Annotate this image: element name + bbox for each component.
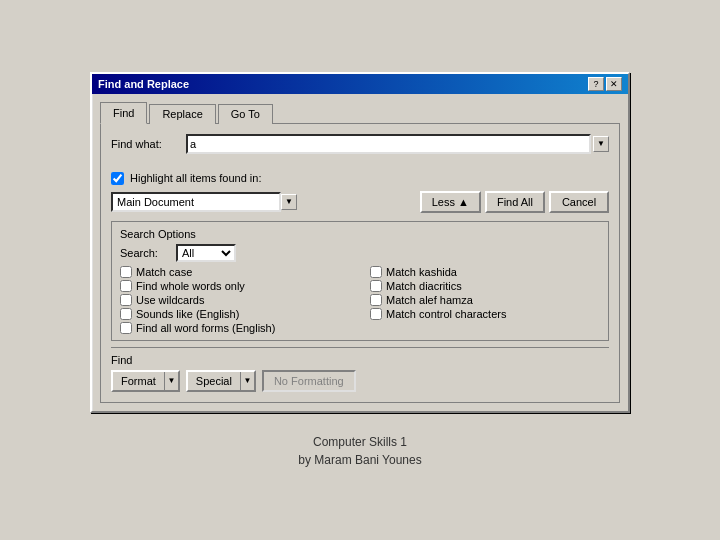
find-all-button[interactable]: Find All	[485, 191, 545, 213]
find-input-wrapper	[186, 134, 591, 154]
search-label: Search:	[120, 247, 170, 259]
cancel-button[interactable]: Cancel	[549, 191, 609, 213]
no-formatting-button: No Formatting	[262, 370, 356, 392]
match-alef-checkbox[interactable]	[370, 294, 382, 306]
search-select-wrapper: All	[176, 244, 236, 262]
bottom-section-label: Find	[111, 354, 609, 366]
check-match-case: Match case	[120, 266, 350, 278]
format-button[interactable]: Format	[113, 372, 164, 390]
special-split-button: Special ▼	[186, 370, 256, 392]
check-sounds-like: Sounds like (English)	[120, 308, 350, 320]
find-whole-words-checkbox[interactable]	[120, 280, 132, 292]
title-bar-buttons: ? ✕	[588, 77, 622, 91]
footer-line1: Computer Skills 1	[298, 433, 421, 451]
match-diacritics-checkbox[interactable]	[370, 280, 382, 292]
check-match-control: Match control characters	[370, 308, 600, 320]
find-what-label: Find what:	[111, 138, 186, 150]
search-options-box: Search Options Search: All M	[111, 221, 609, 341]
highlight-label: Highlight all items found in:	[130, 172, 261, 184]
dialog-title: Find and Replace	[98, 78, 189, 90]
bottom-section: Find Format ▼ Special ▼ No For	[111, 347, 609, 392]
match-case-checkbox[interactable]	[120, 266, 132, 278]
footer-line2: by Maram Bani Younes	[298, 451, 421, 469]
check-match-alef: Match alef hamza	[370, 294, 600, 306]
search-row: Search: All	[120, 244, 600, 262]
match-alef-label: Match alef hamza	[386, 294, 473, 306]
bottom-btn-row: Format ▼ Special ▼ No Formatting	[111, 370, 609, 392]
highlight-checkbox[interactable]	[111, 172, 124, 185]
use-wildcards-checkbox[interactable]	[120, 294, 132, 306]
less-button[interactable]: Less ▲	[420, 191, 481, 213]
format-split-button: Format ▼	[111, 370, 180, 392]
special-dropdown-arrow[interactable]: ▼	[240, 372, 254, 390]
tab-find[interactable]: Find	[100, 102, 147, 124]
match-kashida-label: Match kashida	[386, 266, 457, 278]
check-match-diacritics: Match diacritics	[370, 280, 600, 292]
search-select[interactable]: All	[178, 246, 234, 260]
document-dropdown-arrow[interactable]: ▼	[281, 194, 297, 210]
sounds-like-checkbox[interactable]	[120, 308, 132, 320]
tab-goto[interactable]: Go To	[218, 104, 273, 124]
document-select-wrapper: Main Document	[111, 192, 281, 212]
check-match-kashida: Match kashida	[370, 266, 600, 278]
find-all-word-forms-label: Find all word forms (English)	[136, 322, 275, 334]
find-input[interactable]	[190, 137, 587, 151]
match-control-label: Match control characters	[386, 308, 506, 320]
find-dropdown-arrow[interactable]: ▼	[593, 136, 609, 152]
match-kashida-checkbox[interactable]	[370, 266, 382, 278]
checkboxes-grid: Match case Match kashida Find whole word…	[120, 266, 600, 334]
highlight-row: Highlight all items found in:	[111, 172, 609, 185]
tab-bar: Find Replace Go To	[100, 102, 620, 124]
find-whole-words-label: Find whole words only	[136, 280, 245, 292]
check-find-whole-words: Find whole words only	[120, 280, 350, 292]
search-options-title: Search Options	[120, 228, 600, 240]
check-find-all-word-forms: Find all word forms (English)	[120, 322, 350, 334]
check-use-wildcards: Use wildcards	[120, 294, 350, 306]
use-wildcards-label: Use wildcards	[136, 294, 204, 306]
format-dropdown-arrow[interactable]: ▼	[164, 372, 178, 390]
page-wrapper: Find and Replace ? ✕ Find Replace Go To	[0, 0, 720, 540]
match-control-checkbox[interactable]	[370, 308, 382, 320]
tab-replace[interactable]: Replace	[149, 104, 215, 124]
title-bar: Find and Replace ? ✕	[92, 74, 628, 94]
tab-content: Find what: ▼ Highlight all items found i…	[100, 123, 620, 403]
help-button[interactable]: ?	[588, 77, 604, 91]
find-what-row: Find what: ▼	[111, 134, 609, 154]
footer: Computer Skills 1 by Maram Bani Younes	[298, 433, 421, 469]
find-replace-dialog: Find and Replace ? ✕ Find Replace Go To	[90, 72, 630, 413]
find-all-word-forms-checkbox[interactable]	[120, 322, 132, 334]
close-button[interactable]: ✕	[606, 77, 622, 91]
document-value: Main Document	[115, 195, 277, 209]
dialog-body: Find Replace Go To Find what: ▼	[92, 94, 628, 411]
sounds-like-label: Sounds like (English)	[136, 308, 239, 320]
match-diacritics-label: Match diacritics	[386, 280, 462, 292]
match-case-label: Match case	[136, 266, 192, 278]
special-button[interactable]: Special	[188, 372, 240, 390]
